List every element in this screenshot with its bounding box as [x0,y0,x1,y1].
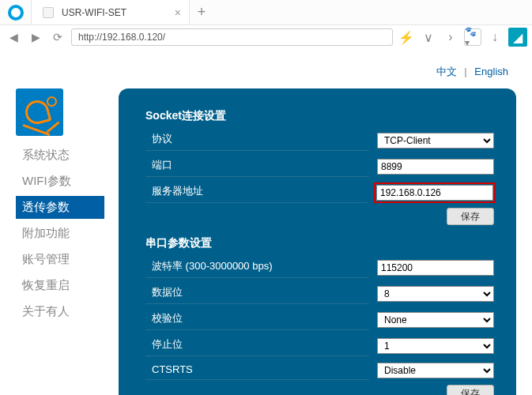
tab-title: USR-WIFI-SET [62,7,126,18]
sidebar-item-account[interactable]: 账号管理 [16,248,104,271]
databits-label: 数据位 [145,283,369,304]
baud-input[interactable] [377,260,494,276]
ctsrts-select[interactable]: Disable [377,363,494,378]
tab-favicon [43,7,54,18]
sidebar-item-extra[interactable]: 附加功能 [16,222,104,245]
port-label: 端口 [145,156,369,177]
serial-section-title: 串口参数设置 [145,236,494,250]
protocol-label: 协议 [145,130,369,151]
sidebar-item-status[interactable]: 系统状态 [16,144,104,167]
paw-icon[interactable]: 🐾▾ [464,28,481,46]
download-icon[interactable]: ↓ [486,28,504,46]
close-icon[interactable]: × [175,6,181,19]
sidebar-item-transparent[interactable]: 透传参数 [16,196,104,219]
language-switch: 中文 | English [16,65,516,79]
sidebar-item-about[interactable]: 关于有人 [16,300,104,323]
browser-tab[interactable]: USR-WIFI-SET × [32,0,190,24]
more-icon[interactable]: › [442,28,459,46]
settings-panel: Socket连接设置 协议 TCP-Client 端口 服务器地址 保存 串口参… [119,88,516,395]
ctsrts-label: CTSRTS [145,361,369,380]
flash-icon[interactable]: ⚡ [398,28,415,46]
app-icon[interactable]: ◢ [508,28,527,47]
dropdown-icon[interactable]: ∨ [420,28,437,46]
server-input[interactable] [376,185,493,201]
stopbits-label: 停止位 [145,335,369,356]
parity-label: 校验位 [145,309,369,330]
databits-select[interactable]: 8 [377,286,494,302]
lang-en[interactable]: English [474,66,508,77]
forward-button[interactable]: ▶ [27,28,44,46]
socket-section-title: Socket连接设置 [145,109,494,123]
parity-select[interactable]: None [377,312,494,328]
lang-zh[interactable]: 中文 [436,66,457,77]
server-label: 服务器地址 [145,182,368,203]
socket-save-button[interactable]: 保存 [447,208,494,225]
brand-logo [16,88,63,136]
sidebar-item-restore[interactable]: 恢复重启 [16,274,104,297]
browser-logo [0,0,32,24]
reload-button[interactable]: ⟳ [49,28,66,46]
back-button[interactable]: ◀ [5,28,22,46]
baud-label: 波特率 (300-3000000 bps) [145,257,369,278]
url-bar[interactable]: http://192.168.0.120/ [71,28,393,46]
stopbits-select[interactable]: 1 [377,338,494,354]
sidebar-item-wifi[interactable]: WIFI参数 [16,170,104,193]
serial-save-button[interactable]: 保存 [447,385,494,395]
protocol-select[interactable]: TCP-Client [377,133,494,149]
new-tab-button[interactable]: + [190,0,213,24]
port-input[interactable] [377,159,494,175]
